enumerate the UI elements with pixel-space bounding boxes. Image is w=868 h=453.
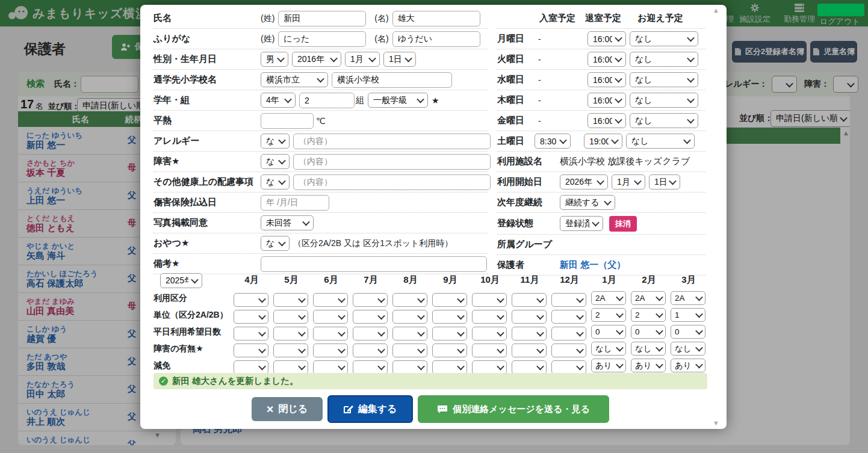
school-type-select[interactable]: 横浜市立: [261, 72, 328, 87]
grid-cell-select[interactable]: [273, 360, 308, 374]
grid-cell-select[interactable]: [432, 293, 467, 307]
pickup-select[interactable]: なし: [630, 72, 698, 87]
grid-cell-select[interactable]: [313, 293, 348, 307]
checkin-slot[interactable]: 8:30: [535, 134, 580, 149]
grid-cell-select[interactable]: [234, 344, 268, 357]
grid-cell-select[interactable]: [234, 310, 268, 324]
grid-cell-select[interactable]: 2: [631, 308, 666, 322]
fiscal-year-select[interactable]: 2025年度: [160, 273, 202, 288]
snack-select[interactable]: なし: [261, 236, 290, 251]
grid-cell-select[interactable]: [512, 344, 547, 357]
grid-cell-select[interactable]: あり: [591, 359, 626, 372]
allergy-detail-input[interactable]: （内容）: [293, 134, 491, 149]
grid-cell-select[interactable]: あり: [671, 359, 705, 372]
checkout-time-select[interactable]: 16:00: [587, 113, 626, 128]
grid-cell-select[interactable]: [273, 293, 308, 307]
grid-cell-select[interactable]: [551, 327, 586, 341]
grid-cell-select[interactable]: あり: [631, 359, 666, 372]
birth-month-select[interactable]: 1月: [345, 52, 380, 67]
modal-scroll-up-icon[interactable]: [713, 7, 719, 14]
grid-cell-select[interactable]: 0: [591, 325, 626, 339]
class-type-select[interactable]: 一般学級: [368, 93, 428, 108]
grid-cell-select[interactable]: [313, 344, 348, 357]
grid-cell-select[interactable]: [472, 293, 507, 307]
modal-scroll-down-icon[interactable]: [713, 420, 719, 427]
pickup-select[interactable]: なし: [630, 52, 698, 67]
school-name-input[interactable]: 横浜小学校: [332, 72, 452, 88]
grid-cell-select[interactable]: [353, 344, 388, 357]
grid-cell-select[interactable]: [551, 310, 586, 324]
grid-cell-select[interactable]: [353, 327, 388, 341]
grid-cell-select[interactable]: 2: [591, 308, 626, 322]
grid-cell-select[interactable]: [392, 360, 427, 374]
disability-detail-input[interactable]: （内容）: [293, 154, 491, 170]
pickup-select[interactable]: なし: [626, 134, 695, 149]
grid-cell-select[interactable]: [512, 293, 547, 307]
photo-consent-select[interactable]: 未回答: [261, 215, 314, 230]
grid-cell-select[interactable]: [234, 327, 268, 341]
pickup-select[interactable]: なし: [630, 113, 698, 128]
grid-cell-select[interactable]: [472, 360, 507, 374]
grid-cell-select[interactable]: 0: [631, 325, 666, 339]
grid-cell-select[interactable]: なし: [631, 342, 666, 356]
grid-cell-select[interactable]: [353, 310, 388, 324]
checkout-time-select[interactable]: 16:00: [587, 52, 626, 67]
gender-select[interactable]: 男: [261, 52, 288, 67]
grid-cell-select[interactable]: 2A: [671, 291, 705, 305]
close-button[interactable]: 閉じる: [252, 397, 323, 421]
grid-cell-select[interactable]: [512, 360, 547, 374]
grade-select[interactable]: 4年: [261, 93, 296, 108]
insurance-date-input[interactable]: 年 /月/日: [261, 195, 329, 211]
class-number-input[interactable]: 2: [299, 93, 355, 108]
start-year-select[interactable]: 2026年: [560, 174, 608, 190]
checkout-time-select[interactable]: 16:00: [587, 93, 626, 108]
grid-cell-select[interactable]: [392, 293, 427, 307]
grid-cell-select[interactable]: [551, 344, 586, 357]
grid-cell-select[interactable]: [273, 344, 308, 357]
grid-cell-select[interactable]: 0: [671, 325, 705, 339]
grid-cell-select[interactable]: [234, 293, 268, 307]
pickup-select[interactable]: なし: [630, 93, 698, 108]
checkin-time-select[interactable]: 8:30: [535, 134, 571, 149]
grid-cell-select[interactable]: [551, 360, 586, 374]
first-kana-input[interactable]: ゆうだい: [392, 31, 480, 47]
grid-cell-select[interactable]: [313, 327, 348, 341]
grid-cell-select[interactable]: [313, 360, 348, 374]
checkout-time-select[interactable]: 19:00: [584, 134, 622, 149]
grid-cell-select[interactable]: [313, 310, 348, 324]
grid-cell-select[interactable]: [353, 293, 388, 307]
grid-cell-select[interactable]: [234, 360, 268, 374]
grid-cell-select[interactable]: [273, 327, 308, 341]
grid-cell-select[interactable]: 1: [671, 308, 705, 322]
first-name-input[interactable]: 雄大: [392, 11, 480, 26]
grid-cell-select[interactable]: [432, 310, 467, 324]
birth-day-select[interactable]: 1日: [383, 52, 416, 67]
other-health-select[interactable]: なし: [261, 174, 290, 190]
grid-cell-select[interactable]: [353, 360, 388, 374]
birth-year-select[interactable]: 2016年: [292, 52, 341, 67]
temperature-input[interactable]: [261, 113, 314, 129]
checkout-time-select[interactable]: 16:00: [587, 31, 626, 46]
last-kana-input[interactable]: にった: [278, 31, 366, 47]
grid-cell-select[interactable]: [472, 310, 507, 324]
last-name-input[interactable]: 新田: [278, 11, 366, 26]
checkout-time-select[interactable]: 16:00: [587, 72, 626, 87]
grid-cell-select[interactable]: [392, 310, 427, 324]
grid-cell-select[interactable]: 2A: [631, 291, 666, 305]
send-message-button[interactable]: 個別連絡メッセージを送る・見る: [418, 395, 609, 423]
registration-status-select[interactable]: 登録済: [560, 216, 603, 231]
grid-cell-select[interactable]: [273, 310, 308, 324]
start-day-select[interactable]: 1日: [649, 174, 680, 190]
other-health-detail-input[interactable]: （内容）: [293, 174, 491, 190]
grid-cell-select[interactable]: [432, 327, 467, 341]
disability-select[interactable]: なし: [261, 154, 290, 169]
grid-cell-select[interactable]: [392, 344, 427, 357]
grid-cell-select[interactable]: 2A: [591, 291, 626, 305]
grid-cell-select[interactable]: [392, 327, 427, 341]
grid-cell-select[interactable]: なし: [671, 342, 705, 356]
continue-select[interactable]: 継続する: [560, 195, 615, 210]
grid-cell-select[interactable]: [512, 310, 547, 324]
grid-cell-select[interactable]: [432, 344, 467, 357]
grid-cell-select[interactable]: [432, 360, 467, 374]
grid-cell-select[interactable]: [512, 327, 547, 341]
